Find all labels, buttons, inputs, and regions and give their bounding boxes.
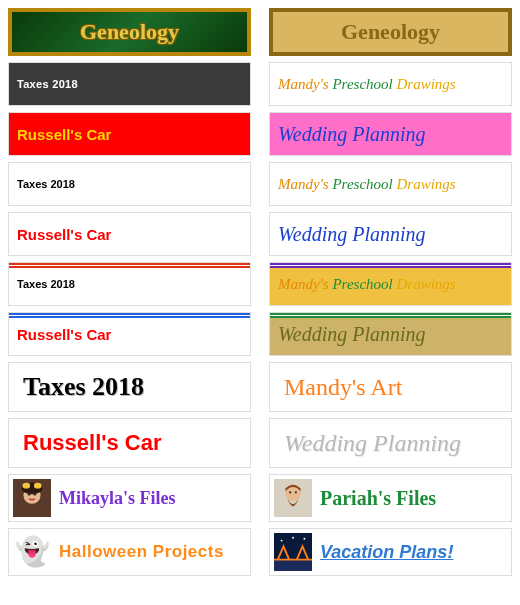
svg-point-9 — [289, 491, 291, 493]
label-wedding-gray: Wedding Planning — [269, 418, 512, 468]
label-mandy-preschool: Mandy's Preschool Drawings — [269, 62, 512, 106]
svg-point-4 — [33, 493, 36, 496]
russell-text: Russell's Car — [17, 326, 111, 343]
label-russell-big: Russell's Car — [8, 418, 251, 468]
avatar-girl-icon — [13, 479, 51, 517]
russell-text: Russell's Car — [23, 430, 162, 456]
svg-point-15 — [303, 538, 305, 540]
wedding-text: Wedding Planning — [278, 223, 426, 246]
taxes-text: Taxes 2018 — [23, 372, 144, 402]
label-russell-red-bg: Russell's Car — [8, 112, 251, 156]
label-taxes-plain: Taxes 2018 — [8, 162, 251, 206]
svg-point-14 — [281, 540, 283, 542]
svg-point-16 — [292, 537, 294, 539]
mandy-text: Mandy's Preschool Drawings — [278, 276, 456, 293]
pariah-text: Pariah's Files — [320, 487, 436, 510]
svg-point-6 — [34, 483, 42, 489]
label-taxes-striped: Taxes 2018 — [8, 262, 251, 306]
label-pariah: Pariah's Files — [269, 474, 512, 522]
wedding-text: Wedding Planning — [278, 323, 426, 346]
taxes-text: Taxes 2018 — [17, 178, 75, 190]
label-russell-plain: Russell's Car — [8, 212, 251, 256]
label-russell-striped: Russell's Car — [8, 312, 251, 356]
svg-point-5 — [23, 483, 31, 489]
mandy-art-text: Mandy's Art — [284, 374, 402, 401]
svg-rect-12 — [274, 560, 312, 571]
label-mandy-preschool: Mandy's Preschool Drawings — [269, 162, 512, 206]
russell-text: Russell's Car — [17, 226, 111, 243]
geneology-text: Geneology — [341, 19, 440, 45]
vacation-text: Vacation Plans! — [320, 542, 453, 563]
geneology-text: Geneology — [80, 19, 179, 45]
halloween-text: Halloween Projects — [59, 542, 224, 562]
label-wedding-plain: Wedding Planning — [269, 212, 512, 256]
wedding-text: Wedding Planning — [278, 123, 426, 146]
label-halloween: 👻 Halloween Projects — [8, 528, 251, 576]
label-mandy-gold-striped: Mandy's Preschool Drawings — [269, 262, 512, 306]
label-vacation: Vacation Plans! — [269, 528, 512, 576]
mandy-text: Mandy's Preschool Drawings — [278, 76, 456, 93]
taxes-text: Taxes 2018 — [17, 78, 78, 90]
mikayla-text: Mikayla's Files — [59, 488, 176, 509]
label-wedding-khaki: Wedding Planning — [269, 312, 512, 356]
taxes-text: Taxes 2018 — [17, 278, 75, 290]
label-wedding-pink: Wedding Planning — [269, 112, 512, 156]
bridge-night-icon — [274, 533, 312, 571]
wedding-text: Wedding Planning — [284, 430, 461, 457]
mandy-text: Mandy's Preschool Drawings — [278, 176, 456, 193]
russell-text: Russell's Car — [17, 126, 111, 143]
svg-point-10 — [295, 491, 297, 493]
label-geneology-green: Geneology — [8, 8, 251, 56]
label-taxes-big: Taxes 2018 — [8, 362, 251, 412]
avatar-man-icon — [274, 479, 312, 517]
label-taxes-dark: Taxes 2018 — [8, 62, 251, 106]
label-geneology-gold: Geneology — [269, 8, 512, 56]
ghost-icon: 👻 — [13, 533, 51, 571]
label-mandy-art: Mandy's Art — [269, 362, 512, 412]
label-grid: Geneology Geneology Taxes 2018 Mandy's P… — [8, 8, 512, 576]
svg-point-3 — [28, 493, 31, 496]
label-mikayla: Mikayla's Files — [8, 474, 251, 522]
